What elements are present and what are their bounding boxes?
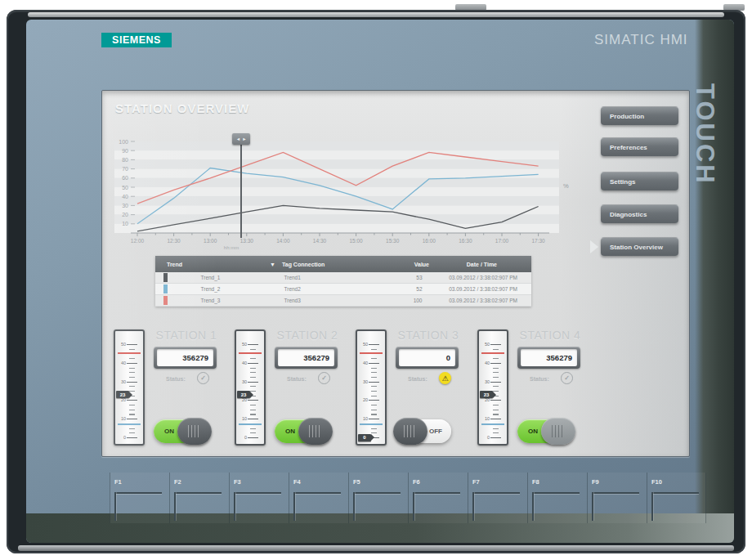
header-value[interactable]: Value bbox=[405, 262, 429, 267]
menu-button-settings[interactable]: Settings bbox=[601, 172, 678, 190]
function-key-f10[interactable]: F10 bbox=[647, 473, 706, 523]
station-panel-1: 504030 20100 23 STATION 1 356279 Status: bbox=[112, 326, 233, 449]
svg-text:80: 80 bbox=[122, 157, 128, 163]
power-toggle[interactable]: ON bbox=[275, 419, 330, 443]
front-bezel: SIEMENS SIMATIC HMI TOUCH STATION OVERVI… bbox=[26, 20, 734, 543]
trend-table-header[interactable]: Trend ▼ Tag Connection Value Date / Time bbox=[155, 256, 531, 272]
svg-text:16:00: 16:00 bbox=[423, 238, 436, 244]
value-display[interactable]: 0 bbox=[396, 347, 459, 369]
bottom-metal-strip bbox=[18, 545, 734, 551]
device-frame: SIEMENS SIMATIC HMI TOUCH STATION OVERVI… bbox=[7, 10, 745, 553]
ruler-left-icon: ◄ bbox=[236, 137, 240, 141]
function-key-f3[interactable]: F3 bbox=[229, 473, 289, 523]
function-key-f8[interactable]: F8 bbox=[527, 473, 587, 523]
svg-text:50: 50 bbox=[122, 185, 128, 190]
toggle-knob[interactable] bbox=[177, 418, 212, 445]
low-limit-marker bbox=[118, 423, 141, 425]
station-panel-2: 504030 20100 23 STATION 2 356279 Status: bbox=[233, 326, 354, 449]
table-row[interactable]: Trend_2 Trend2 52 03.09.2012 / 3:38:02:9… bbox=[155, 284, 531, 295]
station-title: STATION 3 bbox=[385, 329, 472, 342]
station-title: STATION 2 bbox=[264, 329, 351, 342]
toggle-state-label: ON bbox=[285, 419, 295, 443]
value-display-text: 356279 bbox=[278, 349, 334, 366]
power-toggle[interactable]: ON bbox=[154, 419, 209, 443]
hmi-panel-photo: SIEMENS SIMATIC HMI TOUCH STATION OVERVI… bbox=[0, 0, 752, 560]
function-key-f9[interactable]: F9 bbox=[587, 473, 647, 523]
station-panel-3: 504030 20100 0 STATION 3 0 Status: bbox=[354, 326, 475, 449]
svg-text:14:30: 14:30 bbox=[313, 238, 327, 244]
value-display-text: 356279 bbox=[157, 349, 213, 366]
status-ok-icon: ✓ bbox=[318, 372, 330, 384]
svg-text:16:30: 16:30 bbox=[459, 238, 472, 244]
svg-text:%: % bbox=[563, 182, 569, 190]
chart-ruler-handle[interactable]: ◄ ► bbox=[232, 133, 250, 145]
function-key-f5[interactable]: F5 bbox=[348, 473, 408, 523]
power-toggle[interactable]: ON bbox=[517, 419, 573, 443]
toggle-state-label: ON bbox=[528, 419, 538, 443]
toggle-state-label: OFF bbox=[429, 419, 442, 443]
touchscreen[interactable]: STATION OVERVIEW 10090807060504030201012… bbox=[101, 90, 690, 457]
slider-thumb[interactable]: 23 bbox=[237, 391, 250, 398]
power-toggle[interactable]: OFF bbox=[396, 419, 451, 443]
status-ok-icon: ✓ bbox=[197, 372, 209, 384]
station-title: STATION 1 bbox=[143, 329, 230, 342]
menu-button-preferences[interactable]: Preferences bbox=[601, 137, 678, 156]
toggle-knob[interactable] bbox=[298, 418, 333, 445]
svg-text:13:00: 13:00 bbox=[204, 238, 217, 244]
function-key-f4[interactable]: F4 bbox=[289, 473, 348, 523]
status-label: Status: bbox=[287, 376, 307, 382]
status-label: Status: bbox=[530, 376, 549, 382]
table-row[interactable]: Trend_3 Trend3 100 03.09.2012 / 3:38:02:… bbox=[155, 295, 531, 307]
function-key-f6[interactable]: F6 bbox=[408, 473, 468, 523]
menu-button-production[interactable]: Production bbox=[601, 106, 678, 125]
selected-menu-indicator bbox=[590, 240, 598, 253]
toggle-knob[interactable] bbox=[393, 418, 427, 445]
level-slider[interactable]: 504030 20100 23 bbox=[477, 329, 508, 446]
level-slider[interactable]: 504030 20100 0 bbox=[356, 329, 387, 446]
level-slider[interactable]: 504030 20100 23 bbox=[235, 329, 266, 446]
function-key-f2[interactable]: F2 bbox=[169, 473, 229, 523]
header-datetime[interactable]: Date / Time bbox=[429, 262, 531, 267]
svg-text:13:30: 13:30 bbox=[240, 238, 254, 244]
slider-thumb[interactable]: 0 bbox=[358, 434, 371, 441]
high-limit-marker bbox=[481, 352, 504, 354]
ruler-right-icon: ► bbox=[242, 137, 246, 141]
value-display[interactable]: 356279 bbox=[154, 347, 217, 369]
value-display[interactable]: 356279 bbox=[517, 347, 580, 369]
trend-table: Trend ▼ Tag Connection Value Date / Time… bbox=[155, 256, 531, 307]
trend-chart: 10090807060504030201012:0012:3013:0013:3… bbox=[114, 133, 586, 251]
function-key-f1[interactable]: F1 bbox=[110, 473, 169, 523]
status-ok-icon: ✓ bbox=[561, 372, 573, 384]
menu-button-station-overview[interactable]: Station Overview bbox=[601, 237, 678, 256]
top-metal-strip bbox=[28, 12, 724, 17]
svg-text:90: 90 bbox=[122, 148, 128, 154]
touch-vertical-label: TOUCH bbox=[690, 83, 719, 186]
svg-text:15:30: 15:30 bbox=[386, 238, 400, 244]
table-row[interactable]: Trend_1 Trend1 53 03.09.2012 / 3:38:02:9… bbox=[155, 272, 531, 284]
svg-text:12:00: 12:00 bbox=[131, 238, 145, 244]
svg-text:14:00: 14:00 bbox=[276, 238, 290, 244]
svg-text:100: 100 bbox=[119, 139, 128, 145]
toggle-knob[interactable] bbox=[541, 418, 575, 445]
header-tag-connection[interactable]: Tag Connection bbox=[282, 262, 405, 267]
sort-icon: ▼ bbox=[270, 262, 275, 267]
level-slider[interactable]: 504030 20100 23 bbox=[114, 329, 145, 446]
station-panel-4: 504030 20100 23 STATION 4 356279 Status: bbox=[476, 326, 597, 449]
svg-text:40: 40 bbox=[122, 194, 128, 199]
slider-thumb[interactable]: 23 bbox=[116, 391, 129, 398]
toggle-state-label: ON bbox=[164, 419, 174, 443]
svg-text:30: 30 bbox=[122, 203, 128, 208]
chart-ruler-line bbox=[240, 141, 242, 238]
slider-thumb[interactable]: 23 bbox=[480, 391, 493, 398]
status-label: Status: bbox=[408, 376, 427, 382]
low-limit-marker bbox=[239, 423, 262, 425]
simatic-hmi-label: SIMATIC HMI bbox=[594, 32, 688, 48]
function-key-f7[interactable]: F7 bbox=[468, 473, 527, 523]
high-limit-marker bbox=[360, 352, 383, 354]
menu-button-diagnostics[interactable]: Diagnostics bbox=[601, 204, 678, 223]
svg-text:10: 10 bbox=[122, 221, 128, 226]
status-label: Status: bbox=[166, 376, 186, 382]
svg-text:12:30: 12:30 bbox=[167, 238, 181, 244]
header-trend[interactable]: Trend ▼ bbox=[155, 262, 282, 267]
value-display[interactable]: 356279 bbox=[275, 347, 338, 369]
